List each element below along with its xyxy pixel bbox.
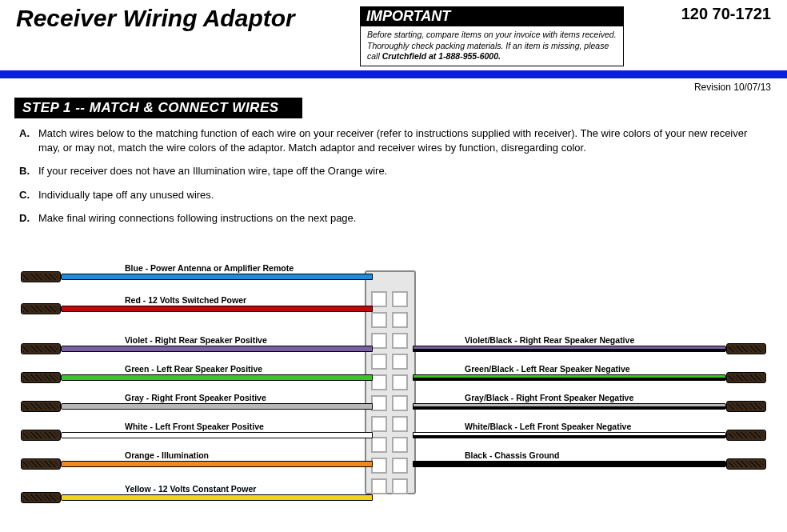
wire-terminal	[21, 303, 61, 314]
wire-right: Green/Black - Left Rear Speaker Negative	[21, 374, 766, 402]
wire-label: White/Black - Left Front Speaker Negativ…	[465, 422, 631, 431]
wire-line	[413, 346, 726, 352]
wire-line	[413, 461, 726, 467]
instruction-letter: C.	[19, 188, 38, 202]
wire-left: Red - 12 Volts Switched Power	[21, 306, 766, 333]
instruction-text: Make final wiring connections following …	[38, 211, 356, 226]
step-header: STEP 1 -- MATCH & CONNECT WIRES	[14, 98, 302, 118]
wire-label: Gray/Black - Right Front Speaker Negativ…	[465, 393, 633, 402]
wire-label: Green/Black - Left Rear Speaker Negative	[465, 364, 630, 374]
wire-label: Red - 12 Volts Switched Power	[125, 295, 246, 305]
wire-line	[413, 403, 726, 410]
wire-terminal	[21, 492, 61, 503]
instruction-letter: D.	[19, 211, 38, 226]
instruction-text: Match wires below to the matching functi…	[38, 126, 768, 154]
wire-right: White/Black - Left Front Speaker Negativ…	[21, 432, 766, 459]
wire-terminal	[726, 458, 766, 470]
wire-label: Black - Chassis Ground	[465, 450, 559, 460]
wiring-diagram: Blue - Power Antenna or Amplifier Remote…	[21, 256, 766, 520]
instruction-letter: A.	[19, 126, 38, 154]
wire-line	[413, 374, 726, 381]
instruction-text: If your receiver does not have an Illumi…	[38, 164, 387, 178]
wire-right: Gray/Black - Right Front Speaker Negativ…	[21, 403, 766, 430]
revision-date: Revision 10/07/13	[0, 78, 787, 93]
instruction-item: C.Individually tape off any unused wires…	[19, 188, 768, 202]
wire-label: Blue - Power Antenna or Amplifier Remote	[125, 263, 294, 273]
wire-terminal	[21, 271, 61, 282]
instruction-item: A.Match wires below to the matching func…	[19, 126, 768, 154]
important-body: Before starting, compare items on your i…	[361, 26, 623, 66]
wire-line	[61, 494, 373, 501]
wire-line	[413, 432, 726, 438]
part-number: 120 70-1721	[681, 5, 771, 23]
wire-right: Violet/Black - Right Rear Speaker Negati…	[21, 346, 766, 373]
important-header: IMPORTANT	[360, 6, 624, 26]
wire-label: Violet - Right Rear Speaker Positive	[125, 335, 267, 345]
important-box: IMPORTANT Before starting, compare items…	[360, 6, 624, 66]
wire-line	[61, 274, 373, 280]
wire-terminal	[726, 343, 766, 354]
important-phone: Crutchfield at 1-888-955-6000.	[382, 51, 501, 61]
wire-terminal	[726, 401, 766, 412]
instruction-letter: B.	[19, 164, 38, 178]
instruction-item: B.If your receiver does not have an Illu…	[19, 164, 768, 178]
divider-bar	[0, 70, 787, 78]
wire-line	[61, 306, 373, 312]
wire-left: Yellow - 12 Volts Constant Power	[21, 494, 766, 522]
instruction-item: D.Make final wiring connections followin…	[19, 211, 768, 226]
instructions-list: A.Match wires below to the matching func…	[0, 118, 787, 226]
wire-terminal	[726, 372, 766, 383]
wire-terminal	[726, 430, 766, 441]
instruction-text: Individually tape off any unused wires.	[38, 188, 214, 202]
wire-label: Violet/Black - Right Rear Speaker Negati…	[465, 335, 634, 345]
wire-right: Black - Chassis Ground	[21, 461, 766, 488]
